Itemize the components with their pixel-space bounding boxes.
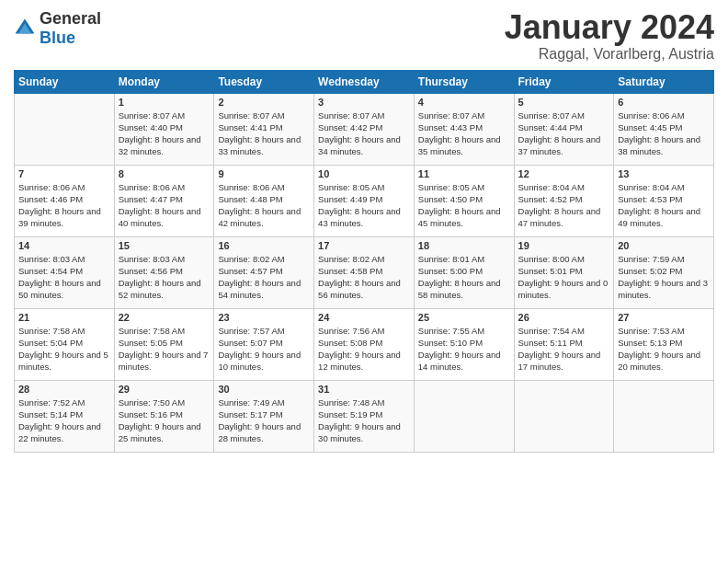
sunrise-text: Sunrise: 8:07 AM [518,110,585,121]
daylight-text: Daylight: 9 hours and 30 minutes. [318,421,401,443]
month-title: January 2024 [505,9,714,46]
calendar-cell: 14 Sunrise: 8:03 AM Sunset: 4:54 PM Dayl… [15,236,115,308]
sunrise-text: Sunrise: 8:07 AM [318,110,384,121]
daylight-text: Daylight: 8 hours and 38 minutes. [618,134,700,156]
daylight-text: Daylight: 8 hours and 45 minutes. [418,206,501,228]
day-info: Sunrise: 7:53 AM Sunset: 5:13 PM Dayligh… [618,325,710,373]
day-info: Sunrise: 8:07 AM Sunset: 4:41 PM Dayligh… [218,109,310,158]
day-info: Sunrise: 8:07 AM Sunset: 4:40 PM Dayligh… [119,109,210,158]
daylight-text: Daylight: 9 hours and 0 minutes. [518,278,609,300]
calendar-cell: 2 Sunrise: 8:07 AM Sunset: 4:41 PM Dayli… [214,93,314,165]
day-info: Sunrise: 8:01 AM Sunset: 5:00 PM Dayligh… [418,253,510,302]
calendar-cell [514,380,614,452]
sunset-text: Sunset: 5:01 PM [518,266,583,276]
sunset-text: Sunset: 4:58 PM [318,266,382,276]
header-monday: Monday [114,70,214,93]
page-container: General Blue January 2024 Raggal, Vorarl… [0,0,728,462]
daylight-text: Daylight: 9 hours and 17 minutes. [518,350,601,372]
day-number: 17 [318,240,410,251]
sunset-text: Sunset: 5:04 PM [18,338,83,348]
sunset-text: Sunset: 4:49 PM [318,194,382,204]
day-number: 29 [119,384,210,395]
logo-blue: Blue [40,29,75,47]
daylight-text: Daylight: 8 hours and 32 minutes. [119,134,201,156]
day-number: 23 [218,312,310,323]
daylight-text: Daylight: 8 hours and 50 minutes. [18,278,101,300]
sunrise-text: Sunrise: 8:02 AM [218,254,284,264]
day-number: 8 [119,168,210,179]
sunrise-text: Sunrise: 7:59 AM [618,254,684,264]
day-number: 2 [218,97,310,108]
header-tuesday: Tuesday [214,70,314,93]
daylight-text: Daylight: 9 hours and 7 minutes. [119,350,209,372]
day-info: Sunrise: 8:07 AM Sunset: 4:44 PM Dayligh… [518,109,610,158]
sunrise-text: Sunrise: 8:02 AM [318,254,384,264]
daylight-text: Daylight: 8 hours and 47 minutes. [518,206,601,228]
sunrise-text: Sunrise: 7:48 AM [318,397,384,408]
day-info: Sunrise: 7:54 AM Sunset: 5:11 PM Dayligh… [518,325,610,373]
sunrise-text: Sunrise: 7:58 AM [18,326,85,336]
day-info: Sunrise: 7:57 AM Sunset: 5:07 PM Dayligh… [218,325,310,373]
sunrise-text: Sunrise: 8:06 AM [618,110,684,121]
sunset-text: Sunset: 4:41 PM [218,122,282,132]
daylight-text: Daylight: 8 hours and 42 minutes. [218,206,301,228]
daylight-text: Daylight: 9 hours and 3 minutes. [618,278,708,300]
calendar-cell: 25 Sunrise: 7:55 AM Sunset: 5:10 PM Dayl… [414,308,514,380]
sunset-text: Sunset: 4:40 PM [119,122,183,132]
sunset-text: Sunset: 5:11 PM [518,338,583,348]
daylight-text: Daylight: 8 hours and 33 minutes. [218,134,301,156]
sunset-text: Sunset: 5:13 PM [618,338,682,348]
daylight-text: Daylight: 9 hours and 25 minutes. [119,421,201,443]
day-number: 30 [218,384,310,395]
sunrise-text: Sunrise: 8:07 AM [418,110,484,121]
daylight-text: Daylight: 9 hours and 10 minutes. [218,350,301,372]
day-number: 9 [218,168,310,179]
calendar-cell: 24 Sunrise: 7:56 AM Sunset: 5:08 PM Dayl… [314,308,415,380]
sunset-text: Sunset: 4:50 PM [418,194,483,204]
calendar-cell: 5 Sunrise: 8:07 AM Sunset: 4:44 PM Dayli… [514,93,614,165]
day-number: 5 [518,97,610,108]
day-info: Sunrise: 8:03 AM Sunset: 4:54 PM Dayligh… [18,253,110,302]
logo-general: General [40,9,101,28]
calendar-cell: 23 Sunrise: 7:57 AM Sunset: 5:07 PM Dayl… [214,308,314,380]
day-info: Sunrise: 8:05 AM Sunset: 4:50 PM Dayligh… [418,181,510,230]
day-info: Sunrise: 7:49 AM Sunset: 5:17 PM Dayligh… [218,396,310,445]
daylight-text: Daylight: 9 hours and 22 minutes. [18,421,101,443]
sunrise-text: Sunrise: 7:57 AM [218,326,284,336]
calendar-cell: 29 Sunrise: 7:50 AM Sunset: 5:16 PM Dayl… [114,380,214,452]
calendar-cell: 20 Sunrise: 7:59 AM Sunset: 5:02 PM Dayl… [614,236,714,308]
daylight-text: Daylight: 9 hours and 20 minutes. [618,350,700,372]
sunrise-text: Sunrise: 8:06 AM [119,182,185,192]
day-number: 10 [318,168,410,179]
daylight-text: Daylight: 9 hours and 12 minutes. [318,350,401,372]
day-number: 25 [418,312,510,323]
location-subtitle: Raggal, Vorarlberg, Austria [505,46,714,63]
day-number: 28 [18,384,110,395]
sunrise-text: Sunrise: 7:49 AM [218,397,284,408]
week-row-0: 1 Sunrise: 8:07 AM Sunset: 4:40 PM Dayli… [15,93,714,165]
sunset-text: Sunset: 4:54 PM [18,266,83,276]
title-block: January 2024 Raggal, Vorarlberg, Austria [505,9,714,63]
daylight-text: Daylight: 9 hours and 14 minutes. [418,350,501,372]
day-info: Sunrise: 7:58 AM Sunset: 5:05 PM Dayligh… [119,325,210,373]
week-row-4: 28 Sunrise: 7:52 AM Sunset: 5:14 PM Dayl… [15,380,714,452]
day-number: 14 [18,240,110,251]
daylight-text: Daylight: 8 hours and 35 minutes. [418,134,501,156]
day-info: Sunrise: 8:04 AM Sunset: 4:52 PM Dayligh… [518,181,610,230]
sunrise-text: Sunrise: 8:06 AM [218,182,284,192]
day-number: 15 [119,240,210,251]
logo: General Blue [14,9,101,48]
sunrise-text: Sunrise: 8:04 AM [518,182,585,192]
calendar-cell: 8 Sunrise: 8:06 AM Sunset: 4:47 PM Dayli… [114,165,214,236]
calendar-cell: 9 Sunrise: 8:06 AM Sunset: 4:48 PM Dayli… [214,165,314,236]
sunrise-text: Sunrise: 7:50 AM [119,397,185,408]
day-number: 1 [119,97,210,108]
daylight-text: Daylight: 8 hours and 54 minutes. [218,278,301,300]
day-info: Sunrise: 8:07 AM Sunset: 4:42 PM Dayligh… [318,109,410,158]
sunrise-text: Sunrise: 7:52 AM [18,397,85,408]
sunset-text: Sunset: 5:19 PM [318,409,382,419]
day-info: Sunrise: 7:59 AM Sunset: 5:02 PM Dayligh… [618,253,710,302]
day-number: 11 [418,168,510,179]
daylight-text: Daylight: 8 hours and 49 minutes. [618,206,700,228]
day-info: Sunrise: 8:02 AM Sunset: 4:57 PM Dayligh… [218,253,310,302]
